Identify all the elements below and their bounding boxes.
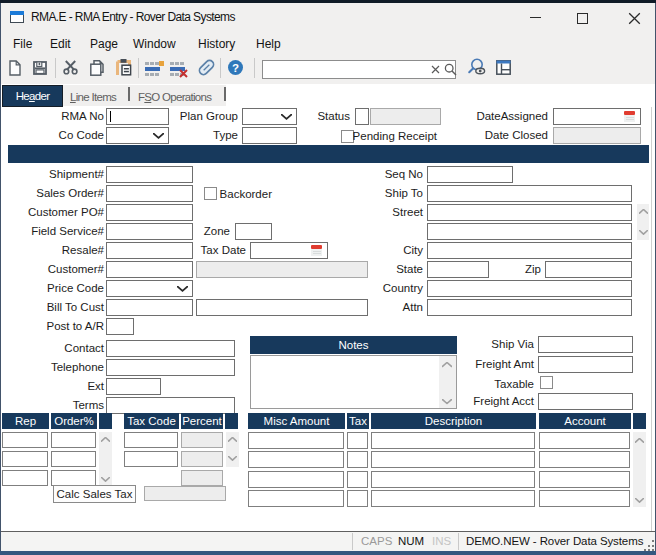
svg-text:?: ?: [232, 62, 239, 74]
